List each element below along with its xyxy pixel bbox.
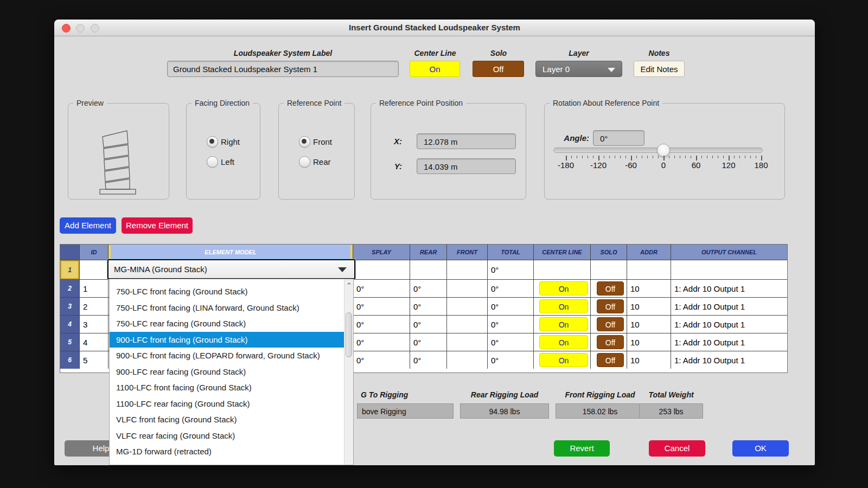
ok-button[interactable]: OK (732, 440, 789, 457)
center-line-on-toggle[interactable]: On (539, 281, 588, 296)
dropdown-item[interactable]: 750-LFC rear facing (Ground Stack) (110, 316, 344, 332)
cell-front[interactable] (447, 316, 487, 333)
system-label-input[interactable]: Ground Stacked Loudspeaker System 1 (167, 61, 399, 77)
center-line-on-toggle[interactable]: On (539, 317, 588, 331)
col-header-id[interactable]: ID (80, 245, 108, 260)
cell-addr[interactable]: 10 (627, 298, 671, 315)
dropdown-item[interactable]: 900-LFC front facing (Ground Stack) (110, 332, 344, 348)
col-header-rear[interactable]: REAR (410, 245, 446, 260)
cell-total[interactable]: 0° (488, 351, 533, 369)
col-header-element-model[interactable]: ELEMENT MODEL (108, 245, 353, 260)
col-header-center-line[interactable]: CENTER LINE (534, 245, 590, 260)
cell-splay[interactable] (353, 260, 410, 279)
cell-addr[interactable]: 10 (627, 333, 671, 351)
cell-front[interactable] (447, 298, 487, 315)
cell-splay[interactable]: 0° (353, 298, 410, 315)
cell-id[interactable]: 1 (80, 280, 108, 297)
cell-output-channel[interactable]: 1: Addr 10 Output 1 (671, 316, 787, 333)
cell-id[interactable]: 2 (80, 298, 108, 315)
solo-off-toggle[interactable]: Off (597, 335, 624, 349)
cell-rear[interactable]: 0° (410, 280, 446, 297)
col-header-splay[interactable]: SPLAY (353, 245, 410, 260)
cell-total[interactable]: 0° (488, 260, 533, 279)
cell-output-channel[interactable]: 1: Addr 10 Output 1 (671, 298, 787, 315)
dropdown-item[interactable]: MG-1D forward (retracted) (110, 444, 344, 460)
cell-rear[interactable]: 0° (410, 333, 446, 351)
refpoint-front-label[interactable]: Front (313, 137, 332, 146)
edit-notes-button[interactable]: Edit Notes (634, 61, 685, 77)
cell-front[interactable] (447, 351, 487, 369)
x-position-field[interactable]: 12.078 m (417, 133, 516, 149)
dropdown-item[interactable]: 750-LFC front facing (Ground Stack) (110, 284, 344, 300)
cell-splay[interactable]: 0° (353, 316, 410, 333)
cell-splay[interactable]: 0° (353, 333, 410, 351)
solo-off-toggle[interactable]: Off (597, 317, 624, 331)
cell-output-channel[interactable]: 1: Addr 10 Output 1 (671, 280, 787, 297)
cell-rear[interactable] (410, 260, 446, 279)
remove-element-button[interactable]: Remove Element (122, 217, 193, 234)
row-header-4[interactable]: 4 (60, 316, 79, 333)
cell-splay[interactable]: 0° (353, 280, 410, 297)
row-header-1[interactable]: 1 (60, 260, 79, 279)
dropdown-item[interactable]: 900-LFC front facing (LEOPARD forward, G… (110, 348, 344, 364)
cell-output-channel[interactable]: 1: Addr 10 Output 1 (671, 351, 787, 369)
cell-total[interactable]: 0° (488, 333, 533, 351)
cell-id[interactable]: 4 (80, 333, 108, 351)
cell-front[interactable] (447, 280, 487, 297)
dropdown-item[interactable]: 750-LFC front facing (LINA forward, Grou… (110, 300, 344, 316)
cell-rear[interactable]: 0° (410, 351, 446, 369)
col-header-front[interactable]: FRONT (447, 245, 487, 260)
row-header-5[interactable]: 5 (60, 333, 79, 351)
center-line-on-toggle[interactable]: On (539, 353, 588, 367)
cell-id[interactable]: 3 (80, 316, 108, 333)
facing-right-radio[interactable] (207, 136, 218, 147)
cell-total[interactable]: 0° (488, 280, 533, 297)
add-element-button[interactable]: Add Element (60, 217, 116, 234)
dropdown-item[interactable]: VLFC rear facing (Ground Stack) (110, 428, 344, 444)
dropdown-item[interactable]: 1100-LFC front facing (Ground Stack) (110, 380, 344, 396)
row-header-3[interactable]: 3 (60, 298, 79, 315)
dropdown-item[interactable]: VLFC front facing (Ground Stack) (110, 412, 344, 428)
dropdown-scrollbar-thumb[interactable] (346, 312, 352, 357)
cell-front[interactable] (447, 333, 487, 351)
row-header-6[interactable]: 6 (60, 351, 79, 369)
solo-off-toggle[interactable]: Off (597, 281, 624, 296)
center-line-on-toggle[interactable]: On (539, 335, 588, 349)
rotation-slider-thumb[interactable] (657, 144, 670, 157)
dropdown-item[interactable]: 900-LFC rear facing (Ground Stack) (110, 364, 344, 380)
center-line-on-toggle[interactable]: On (539, 299, 588, 313)
cell-id[interactable] (80, 260, 108, 279)
cell-output-channel[interactable]: 1: Addr 10 Output 1 (671, 333, 787, 351)
angle-field[interactable]: 0° (593, 130, 644, 146)
center-line-toggle[interactable]: On (410, 61, 460, 77)
row-header-2[interactable]: 2 (60, 280, 79, 297)
cell-output-channel[interactable] (671, 260, 787, 279)
col-header-solo[interactable]: SOLO (591, 245, 627, 260)
refpoint-rear-radio[interactable] (299, 156, 310, 168)
solo-off-toggle[interactable]: Off (597, 353, 624, 367)
cell-rear[interactable]: 0° (410, 298, 446, 315)
scroll-up-icon[interactable]: ⌃ (345, 281, 353, 289)
facing-left-radio[interactable] (207, 156, 218, 168)
cell-splay[interactable]: 0° (353, 351, 410, 369)
cell-addr[interactable]: 10 (627, 280, 671, 297)
cell-total[interactable]: 0° (488, 298, 533, 315)
cell-id[interactable]: 5 (80, 351, 108, 369)
solo-toggle[interactable]: Off (473, 61, 524, 77)
revert-button[interactable]: Revert (554, 440, 610, 457)
refpoint-front-radio[interactable] (299, 136, 310, 147)
cell-rear[interactable]: 0° (410, 316, 446, 333)
refpoint-rear-label[interactable]: Rear (313, 157, 331, 166)
facing-right-label[interactable]: Right (221, 137, 240, 146)
element-model-combobox[interactable]: MG-MINA (Ground Stack) (107, 259, 355, 279)
cell-addr[interactable]: 10 (627, 316, 671, 333)
cell-addr[interactable] (627, 260, 671, 279)
y-position-field[interactable]: 14.039 m (417, 158, 516, 174)
col-header-addr[interactable]: ADDR (627, 245, 671, 260)
col-header-total[interactable]: TOTAL (488, 245, 533, 260)
solo-off-toggle[interactable]: Off (597, 299, 624, 313)
cancel-button[interactable]: Cancel (649, 440, 705, 457)
cell-total[interactable]: 0° (488, 316, 533, 333)
cell-front[interactable] (447, 260, 487, 279)
dropdown-item[interactable]: 1100-LFC rear facing (Ground Stack) (110, 396, 344, 412)
